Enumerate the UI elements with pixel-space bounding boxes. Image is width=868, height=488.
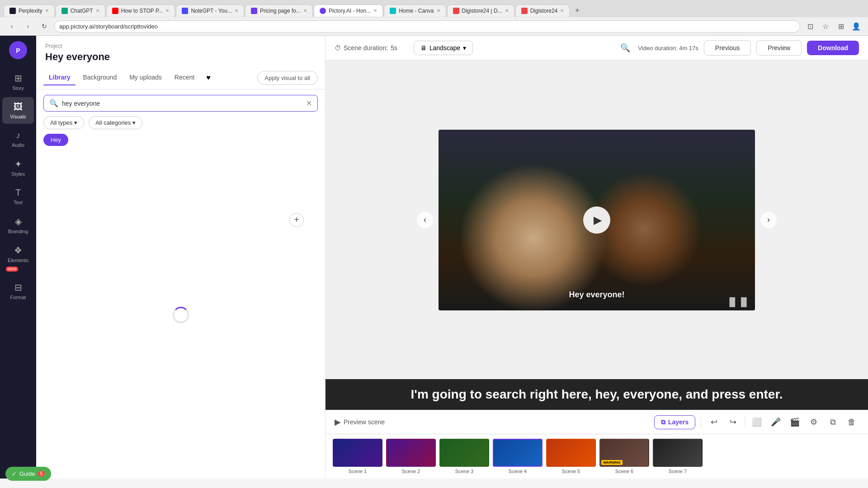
scene-thumb-6: WARNING	[599, 439, 649, 467]
chevron-down-icon: ▾	[74, 119, 77, 126]
video-play-button[interactable]: ▶	[583, 206, 610, 234]
toolbar-divider-2	[745, 417, 745, 427]
sidebar-item-audio[interactable]: ♪ Audio	[2, 126, 34, 152]
tab-notegpt[interactable]: NoteGPT - You... ✕	[176, 5, 244, 17]
video-subtitle: Hey everyone!	[569, 290, 624, 300]
previous-button[interactable]: Previous	[704, 40, 751, 56]
tab-youtube[interactable]: How to STOP P... ✕	[106, 5, 175, 17]
scene-item-3[interactable]: Scene 3	[439, 439, 489, 474]
scene-thumb-5	[546, 439, 596, 467]
tab-digistore1[interactable]: Digistore24 | D... ✕	[447, 5, 514, 17]
sidebar-item-elements-wrapper: ❖ Elements NEW	[2, 240, 34, 276]
pictory-logo[interactable]: P	[9, 41, 27, 61]
app: P ⊞ Story 🖼 Visuals ♪ Audio ✦ Styles T T…	[0, 36, 868, 479]
format-icon: ⊟	[14, 282, 22, 293]
preview-scene-button[interactable]: ▶ Preview scene	[335, 417, 385, 427]
scene-item-4[interactable]: Scene 4	[493, 439, 542, 474]
sidebar-item-format[interactable]: ⊟ Format	[2, 277, 34, 305]
profile-icon[interactable]: 👤	[850, 20, 863, 33]
caption-edit-icon[interactable]: ⬜	[750, 415, 764, 429]
browser-chrome: Perplexity ✕ ChatGPT ✕ How to STOP P... …	[0, 0, 868, 36]
all-types-filter[interactable]: All types ▾	[43, 116, 84, 129]
tab-background[interactable]: Background	[77, 70, 122, 85]
landscape-button[interactable]: 🖥 Landscape ▾	[414, 41, 473, 55]
scene-item-1[interactable]: Scene 1	[333, 439, 382, 474]
microphone-icon[interactable]: 🎤	[769, 415, 783, 429]
caption-bar: I'm going to search right here, hey, eve…	[326, 379, 868, 410]
delete-icon[interactable]: 🗑	[844, 415, 859, 429]
bottom-toolbar: ▶ Preview scene ⧉ Layers ↩ ↪ ⬜ 🎤 🎬 ⚙ ⧉ 🗑	[326, 410, 868, 434]
tab-my-uploads[interactable]: My uploads	[124, 70, 167, 85]
refresh-button[interactable]: ↻	[38, 20, 51, 33]
search-input[interactable]	[62, 100, 302, 107]
guide-button[interactable]: ✓ Guide 5	[5, 467, 51, 481]
forward-button[interactable]: ›	[22, 20, 34, 33]
download-button[interactable]: Download	[807, 41, 859, 55]
top-bar: ⏱ Scene duration: 5s 🖥 Landscape ▾ 🔍 Vid…	[326, 36, 868, 61]
bookmark-icon[interactable]: ☆	[819, 20, 832, 33]
next-scene-arrow[interactable]: ›	[760, 212, 777, 228]
scene-thumb-3	[439, 439, 489, 467]
toolbar-icons: ↩ ↪ ⬜ 🎤 🎬 ⚙ ⧉ 🗑	[707, 415, 859, 429]
timeline-scroll: Scene 1 Scene 2 Scene 3 Scene 4 Scene 5	[333, 439, 703, 474]
sidebar-item-visuals[interactable]: 🖼 Visuals	[2, 97, 34, 124]
favorites-tab[interactable]: ♥	[202, 70, 215, 85]
extensions-icon[interactable]: ⊞	[835, 20, 847, 33]
panel-tabs: Library Background My uploads Recent ♥ A…	[36, 66, 325, 89]
sidebar: P ⊞ Story 🖼 Visuals ♪ Audio ✦ Styles T T…	[0, 36, 36, 479]
tab-bar: Perplexity ✕ ChatGPT ✕ How to STOP P... …	[0, 0, 868, 17]
tab-pictory[interactable]: Pictory.AI - Hon... ✕	[314, 5, 383, 17]
tab-chatgpt[interactable]: ChatGPT ✕	[56, 5, 105, 17]
search-box: 🔍 ✕	[43, 95, 318, 112]
toolbar-divider-1	[701, 417, 701, 427]
scene-item-5[interactable]: Scene 5	[546, 439, 596, 474]
layers-button[interactable]: ⧉ Layers	[654, 415, 695, 429]
video-icon[interactable]: 🎬	[788, 415, 802, 429]
new-tab-button[interactable]: +	[571, 4, 584, 17]
scene-label-7: Scene 7	[669, 469, 687, 474]
sidebar-item-branding[interactable]: ◈ Branding	[2, 211, 34, 239]
tab-library[interactable]: Library	[43, 70, 75, 85]
tab-recent[interactable]: Recent	[169, 70, 200, 85]
address-bar: ‹ › ↻ ⊡ ☆ ⊞ 👤	[0, 17, 868, 36]
breadcrumb: Project	[45, 43, 316, 49]
tab-canva[interactable]: Home - Canva ✕	[384, 5, 446, 17]
clock-icon: ⏱	[335, 44, 341, 52]
project-title: Hey everyone	[45, 51, 316, 63]
sidebar-item-text[interactable]: T Text	[2, 183, 34, 210]
hey-tag-button[interactable]: Hey	[43, 134, 68, 146]
scene-item-2[interactable]: Scene 2	[386, 439, 436, 474]
redo-button[interactable]: ↪	[726, 415, 740, 429]
panel-header: Project Hey everyone	[36, 36, 325, 66]
sidebar-item-story[interactable]: ⊞ Story	[2, 68, 34, 95]
elements-icon: ❖	[14, 245, 22, 256]
copy-icon[interactable]: ⧉	[826, 415, 840, 429]
add-scene-left-button[interactable]: +	[289, 213, 304, 227]
tab-perplexity[interactable]: Perplexity ✕	[4, 5, 55, 17]
sidebar-item-elements[interactable]: ❖ Elements	[2, 240, 34, 267]
undo-button[interactable]: ↩	[707, 415, 721, 429]
preview-button[interactable]: Preview	[756, 40, 802, 56]
tab-pricing[interactable]: Pricing page fo... ✕	[245, 5, 313, 17]
scene-timeline: Scene 1 Scene 2 Scene 3 Scene 4 Scene 5	[326, 434, 868, 479]
main-content: ⏱ Scene duration: 5s 🖥 Landscape ▾ 🔍 Vid…	[326, 36, 868, 479]
caption-text: I'm going to search right here, hey, eve…	[410, 387, 783, 401]
scene-item-6[interactable]: WARNING Scene 6	[599, 439, 649, 474]
all-categories-filter[interactable]: All categories ▾	[89, 116, 142, 129]
cast-icon[interactable]: ⊡	[804, 20, 816, 33]
search-area: 🔍 ✕ All types ▾ All categories ▾ Hey	[36, 89, 325, 151]
address-input[interactable]	[54, 20, 800, 33]
back-button[interactable]: ‹	[5, 20, 18, 33]
search-clear-icon[interactable]: ✕	[306, 99, 312, 108]
scene-label-5: Scene 5	[562, 469, 580, 474]
tab-digistore2[interactable]: Digistore24 ✕	[515, 5, 570, 17]
settings-icon[interactable]: ⚙	[807, 415, 821, 429]
scene-label-6: Scene 6	[615, 469, 633, 474]
scene-item-7[interactable]: Scene 7	[653, 439, 703, 474]
apply-visual-button[interactable]: Apply visual to all	[257, 71, 318, 85]
search-results	[36, 151, 325, 479]
prev-scene-arrow[interactable]: ‹	[417, 212, 433, 228]
filters: All types ▾ All categories ▾	[43, 116, 318, 129]
search-icon-top[interactable]: 🔍	[618, 41, 632, 55]
sidebar-item-styles[interactable]: ✦ Styles	[2, 154, 34, 181]
